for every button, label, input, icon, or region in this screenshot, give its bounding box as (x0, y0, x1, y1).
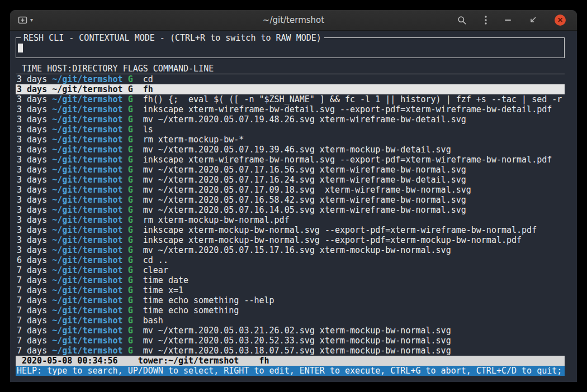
terminal-plus-icon (18, 16, 28, 25)
flags-cell: G (128, 165, 133, 175)
time-cell: 3 days (17, 215, 47, 225)
command-line-cell: time date (143, 275, 188, 285)
flags-cell: G (128, 245, 133, 255)
flags-cell: G (128, 346, 133, 356)
host-directory-cell: ~/git/termshot (52, 235, 122, 245)
host-directory-cell: ~/git/termshot (52, 175, 122, 185)
host-directory-cell: ~/git/termshot (52, 125, 122, 135)
time-cell: 7 days (17, 336, 47, 346)
history-row[interactable]: 7 days ~/git/termshot G bash (16, 315, 565, 326)
host-directory-cell: ~/git/termshot (52, 74, 122, 84)
time-cell: 3 days (17, 165, 47, 175)
command-line-cell: mv ~/xterm.2020.05.03.18.07.57.svg xterm… (143, 346, 451, 356)
host-directory-cell: ~/git/termshot (52, 245, 122, 255)
command-line-cell: inkscape xterm-mockup-bw-normal.svg --ex… (143, 225, 537, 235)
titlebar[interactable]: ▾ ~/git/termshot (10, 10, 577, 31)
command-line-cell: bash (143, 315, 163, 326)
history-row[interactable]: 3 days ~/git/termshot G mv ~/xterm.2020.… (16, 185, 565, 195)
history-row[interactable]: 3 days ~/git/termshot G fh (16, 84, 565, 94)
search-icon (457, 16, 467, 25)
command-line-cell: inkscape xterm-wireframe-bw-normal.svg -… (143, 155, 552, 165)
search-query-input[interactable]: RESH CLI - CONTEXTUAL MODE - (CTRL+R to … (16, 37, 565, 58)
time-cell: 7 days (17, 326, 47, 336)
flags-cell: G (128, 305, 133, 315)
host-directory-cell: ~/git/termshot (52, 265, 122, 275)
command-line-cell: mv ~/xterm.2020.05.07.17.09.18.svg xterm… (143, 185, 471, 195)
chevron-down-icon: ▾ (30, 17, 33, 23)
host-directory-cell: ~/git/termshot (52, 275, 122, 285)
history-row[interactable]: 7 days ~/git/termshot G time x=1 (16, 285, 565, 295)
flags-cell: G (128, 125, 133, 135)
minimize-icon (505, 20, 511, 21)
host-directory-cell: ~/git/termshot (52, 195, 122, 205)
time-cell: 3 days (17, 135, 47, 145)
history-row[interactable]: 7 days ~/git/termshot G time date (16, 275, 565, 285)
status-bar: 2020-05-08 00:34:56 tower:~/git/termshot… (16, 356, 565, 366)
history-row[interactable]: 3 days ~/git/termshot G mv ~/xterm.2020.… (16, 114, 565, 125)
new-terminal-button[interactable]: ▾ (16, 15, 35, 26)
host-directory-cell: ~/git/termshot (52, 104, 122, 114)
flags-cell: G (128, 74, 133, 84)
time-cell: 3 days (17, 114, 47, 125)
command-line-cell: mv ~/xterm.2020.05.03.20.52.33.svg xterm… (143, 336, 451, 346)
time-cell: 3 days (17, 94, 47, 104)
search-button[interactable] (455, 15, 469, 26)
host-directory-cell: ~/git/termshot (52, 285, 122, 295)
host-directory-cell: ~/git/termshot (52, 205, 122, 215)
command-line-cell: ls (143, 125, 153, 135)
command-line-cell: cd .. (143, 255, 168, 265)
history-row[interactable]: 3 days ~/git/termshot G mv ~/xterm.2020.… (16, 245, 565, 255)
command-line-cell: time echo something --help (143, 295, 274, 305)
history-row[interactable]: 3 days ~/git/termshot G rm xterm-mockup-… (16, 135, 565, 145)
command-line-cell: time echo something (143, 305, 239, 315)
command-line-cell: clear (143, 265, 168, 275)
history-row[interactable]: 7 days ~/git/termshot G time echo someth… (16, 305, 565, 315)
history-row[interactable]: 7 days ~/git/termshot G mv ~/xterm.2020.… (16, 346, 565, 356)
history-row[interactable]: 3 days ~/git/termshot G mv ~/xterm.2020.… (16, 205, 565, 215)
time-cell: 3 days (17, 145, 47, 155)
command-line-cell: inkscape xterm-wireframe-bw-detail.svg -… (143, 104, 552, 114)
flags-cell: G (128, 215, 133, 225)
history-row[interactable]: 7 days ~/git/termshot G mv ~/xterm.2020.… (16, 336, 565, 346)
host-directory-cell: ~/git/termshot (52, 295, 122, 305)
host-directory-cell: ~/git/termshot (52, 185, 122, 195)
time-cell: 3 days (17, 205, 47, 215)
history-row[interactable]: 3 days ~/git/termshot G inkscape xterm-w… (16, 104, 565, 114)
restore-button[interactable] (527, 15, 539, 25)
history-row[interactable]: 3 days ~/git/termshot G cd (16, 74, 565, 84)
host-directory-cell: ~/git/termshot (52, 225, 122, 235)
terminal-window: ▾ ~/git/termshot (10, 10, 577, 382)
terminal-content[interactable]: RESH CLI - CONTEXTUAL MODE - (CTRL+R to … (10, 31, 577, 382)
history-row[interactable]: 3 days ~/git/termshot G mv ~/xterm.2020.… (16, 145, 565, 155)
host-directory-cell: ~/git/termshot (52, 315, 122, 326)
menu-button[interactable] (482, 14, 489, 26)
minimize-button[interactable] (503, 18, 513, 22)
history-row[interactable]: 3 days ~/git/termshot G mv ~/xterm.2020.… (16, 175, 565, 185)
flags-cell: G (128, 155, 133, 165)
command-line-cell: inkscape xterm-mockup-bw-normal.svg --ex… (143, 235, 522, 245)
history-row[interactable]: 7 days ~/git/termshot G time echo someth… (16, 295, 565, 305)
history-row[interactable]: 3 days ~/git/termshot G fh() {; eval $( … (16, 94, 565, 104)
history-row[interactable]: 3 days ~/git/termshot G mv ~/xterm.2020.… (16, 165, 565, 175)
history-row[interactable]: 3 days ~/git/termshot G ls (16, 125, 565, 135)
history-row[interactable]: 3 days ~/git/termshot G inkscape xterm-m… (16, 225, 565, 235)
command-line-cell: fh() {; eval $( ([ -n "$ZSH_NAME" ] && f… (143, 94, 562, 104)
flags-cell: G (128, 235, 133, 245)
host-directory-cell: ~/git/termshot (52, 326, 122, 336)
close-button[interactable]: ✕ (552, 13, 568, 27)
history-row[interactable]: 3 days ~/git/termshot G mv ~/xterm.2020.… (16, 195, 565, 205)
history-row[interactable]: 3 days ~/git/termshot G inkscape xterm-m… (16, 235, 565, 245)
time-cell: 3 days (17, 84, 47, 94)
host-directory-cell: ~/git/termshot (52, 145, 122, 155)
history-row[interactable]: 7 days ~/git/termshot G clear (16, 265, 565, 275)
time-cell: 3 days (17, 195, 47, 205)
history-row[interactable]: 3 days ~/git/termshot G rm xterm-mockup-… (16, 215, 565, 225)
history-row[interactable]: 6 days ~/git/termshot G cd .. (16, 255, 565, 265)
window-title: ~/git/termshot (263, 10, 324, 30)
history-row[interactable]: 3 days ~/git/termshot G inkscape xterm-w… (16, 155, 565, 165)
flags-cell: G (128, 84, 133, 94)
command-line-cell: mv ~/xterm.2020.05.07.19.48.26.svg xterm… (143, 114, 466, 125)
flags-cell: G (128, 195, 133, 205)
history-row[interactable]: 7 days ~/git/termshot G mv ~/xterm.2020.… (16, 326, 565, 336)
command-line-cell: cd (143, 74, 153, 84)
